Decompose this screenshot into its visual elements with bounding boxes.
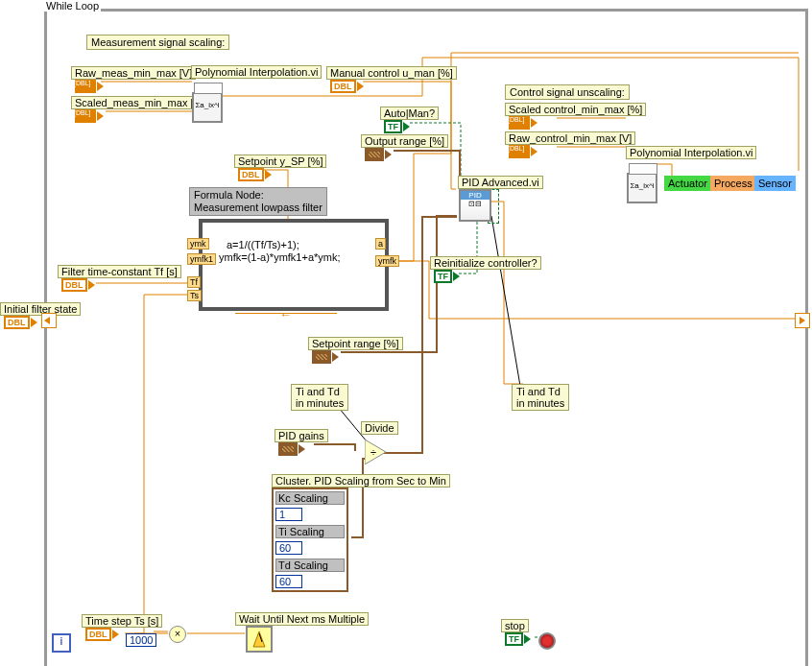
label-raw-meas: Raw_meas_min_max [V]: [71, 66, 196, 80]
chain-actuator: Actuator: [664, 176, 711, 191]
td-scaling-label: Td Scaling: [275, 559, 345, 572]
formula-node-title: Formula Node: Measurement lowpass filter: [189, 187, 327, 216]
label-poly-interp-2: Polynomial Interpolation.vi: [626, 146, 756, 159]
label-poly-interp-1: Polynomial Interpolation.vi: [191, 65, 322, 79]
terminal-raw-control[interactable]: [509, 145, 537, 158]
terminal-output-range[interactable]: [365, 148, 392, 161]
loop-stop-condition[interactable]: [538, 632, 556, 650]
terminal-manual-u[interactable]: DBL: [330, 80, 364, 93]
terminal-time-step[interactable]: DBL: [85, 628, 119, 641]
poly-interp-vi-2[interactable]: Σa_ix^i: [627, 173, 657, 203]
label-wait-ms: Wait Until Next ms Multiple: [235, 612, 369, 626]
metronome-icon: [251, 630, 268, 648]
feedback-arrow-icon: ←: [279, 307, 292, 321]
note-ti-td-right: Ti and Td in minutes: [512, 384, 569, 411]
fn-term-a: a: [375, 238, 386, 250]
fn-term-ymk: ymk: [187, 238, 209, 250]
terminal-filter-tf[interactable]: DBL: [61, 278, 95, 292]
formula-expr2: ymfk=(1-a)*ymfk1+a*ymk;: [219, 251, 341, 263]
terminal-stop[interactable]: TF: [505, 632, 531, 646]
terminal-scaled-control[interactable]: [509, 116, 537, 130]
poly-interp-vi-1[interactable]: Σa_ix^i: [192, 92, 223, 123]
label-time-step: Time step Ts [s]: [82, 614, 162, 628]
terminal-auto-man[interactable]: TF: [384, 120, 410, 133]
formula-title-line2: Measurement lowpass filter: [194, 202, 322, 213]
chain-sensor: Sensor: [754, 176, 796, 191]
svg-text:÷: ÷: [370, 446, 376, 458]
fn-term-ts: Ts: [187, 290, 202, 301]
terminal-initial-filter[interactable]: DBL: [4, 316, 37, 329]
terminal-setpoint[interactable]: DBL: [238, 168, 272, 181]
label-cluster-scaling: Cluster. PID Scaling from Sec to Min: [272, 474, 450, 488]
chain-process: Process: [710, 176, 756, 191]
shift-register-left: [41, 313, 57, 328]
label-ctrl-unscaling: Control signal unscaling:: [505, 84, 630, 100]
divide-node[interactable]: ÷: [365, 440, 390, 466]
while-loop-title: While Loop: [44, 0, 101, 12]
label-scaled-control: Scaled control_min_max [%]: [505, 103, 646, 116]
label-pid-gains: PID gains: [275, 429, 328, 442]
kc-scaling-value[interactable]: 1: [275, 508, 302, 521]
terminal-raw-meas[interactable]: [75, 80, 104, 93]
terminal-reinit[interactable]: TF: [434, 270, 460, 283]
label-auto-man: Auto|Man?: [380, 107, 439, 120]
fn-term-tf: Tf: [187, 276, 201, 288]
terminal-pid-gains[interactable]: [278, 442, 305, 456]
label-stop: stop: [501, 619, 529, 632]
label-filter-tf: Filter time-constant Tf [s]: [58, 265, 181, 278]
shift-register-right: [795, 313, 810, 328]
label-output-range: Output range [%]: [361, 134, 448, 148]
cluster-scaling-constant[interactable]: Kc Scaling 1 Ti Scaling 60 Td Scaling 60: [272, 488, 348, 592]
formula-expr1: a=1/((Tf/Ts)+1);: [227, 239, 299, 250]
labview-block-diagram: While Loop: [0, 0, 812, 666]
label-setpoint-range: Setpoint range [%]: [308, 337, 403, 350]
label-raw-control: Raw_control_min_max [V]: [505, 131, 635, 145]
terminal-setpoint-range[interactable]: [312, 350, 339, 364]
fn-term-ymfk: ymfk: [375, 255, 399, 267]
wait-ms-vi[interactable]: [246, 626, 273, 653]
const-1000[interactable]: 1000: [126, 633, 156, 647]
kc-scaling-label: Kc Scaling: [275, 491, 345, 505]
label-manual-u: Manual control u_man [%]: [326, 66, 457, 80]
ti-scaling-value[interactable]: 60: [275, 541, 302, 555]
pid-advanced-vi[interactable]: PID ⊡⊟: [459, 189, 491, 222]
formula-title-line1: Formula Node:: [194, 189, 264, 201]
label-setpoint: Setpoint y_SP [%]: [234, 155, 326, 168]
multiply-node[interactable]: ×: [169, 626, 186, 643]
td-scaling-value[interactable]: 60: [275, 575, 302, 588]
label-divide: Divide: [361, 421, 398, 435]
terminal-scaled-meas[interactable]: [75, 109, 104, 123]
label-pid-advanced: PID Advanced.vi: [458, 176, 543, 189]
label-reinit: Reinitialize controller?: [430, 256, 541, 270]
loop-iteration-terminal: i: [52, 633, 71, 653]
fn-term-ymfk1: ymfk1: [187, 253, 216, 265]
formula-node[interactable]: [199, 219, 389, 311]
ti-scaling-label: Ti Scaling: [275, 525, 345, 538]
note-ti-td-left: Ti and Td in minutes: [291, 384, 348, 411]
label-scaled-meas: Scaled_meas_min_max [%]: [71, 96, 209, 109]
label-meas-scaling: Measurement signal scaling:: [86, 35, 229, 50]
